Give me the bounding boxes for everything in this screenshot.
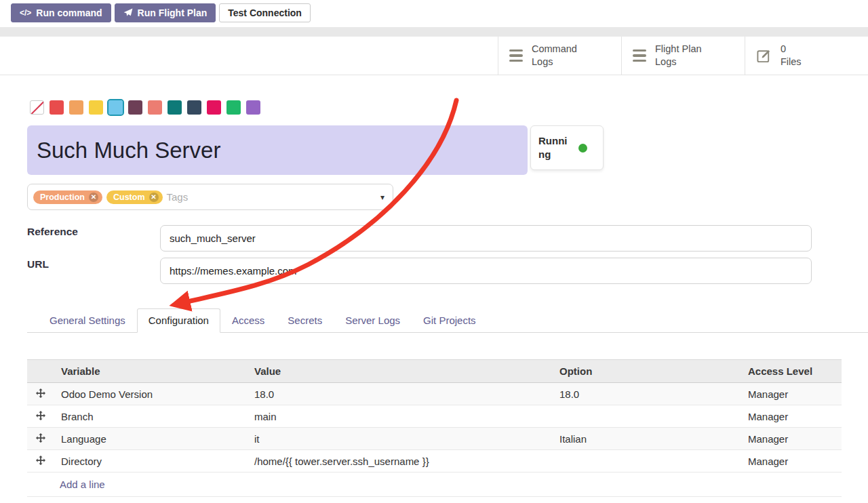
tag-custom[interactable]: Custom ✕ [106, 190, 163, 204]
column-header-option: Option [553, 360, 741, 383]
cell-value[interactable]: 18.0 [248, 383, 553, 405]
server-name-input[interactable] [27, 125, 528, 175]
color-swatch-none[interactable] [30, 100, 44, 115]
handle-column-header [27, 360, 54, 383]
drag-handle[interactable] [27, 405, 54, 428]
cell-value[interactable]: /home/{{ tower.server.ssh_username }} [248, 450, 553, 472]
files-button[interactable]: 0Files [745, 37, 868, 75]
column-header-variable: Variable [54, 360, 248, 383]
color-palette [30, 100, 260, 115]
cell-option[interactable]: 18.0 [553, 383, 741, 405]
run-command-label: Run command [36, 7, 102, 18]
files-label: 0Files [781, 43, 802, 68]
table-row[interactable]: Language it Italian Manager [27, 428, 842, 450]
color-swatch[interactable] [128, 100, 142, 115]
cell-option[interactable] [553, 450, 741, 472]
notebook-tabs: General Settings Configuration Access Se… [27, 308, 868, 333]
color-swatch[interactable] [167, 100, 182, 115]
status-label: Running [538, 134, 572, 162]
command-logs-label: CommandLogs [532, 43, 577, 68]
cell-value[interactable]: main [248, 405, 553, 428]
cell-variable[interactable]: Language [54, 428, 248, 450]
bars-icon [509, 49, 523, 62]
tab-configuration[interactable]: Configuration [137, 308, 220, 333]
caret-down-icon[interactable]: ▾ [380, 193, 384, 202]
color-swatch[interactable] [50, 100, 64, 115]
column-header-access-level: Access Level [741, 360, 842, 383]
cell-option[interactable] [553, 405, 741, 428]
flight-plan-logs-button[interactable]: Flight PlanLogs [621, 37, 745, 75]
run-command-button[interactable]: </> Run command [11, 3, 111, 22]
table-row[interactable]: Directory /home/{{ tower.server.ssh_user… [27, 450, 842, 472]
flight-plan-logs-label: Flight PlanLogs [655, 43, 702, 68]
color-swatch[interactable] [246, 100, 260, 115]
tag-production[interactable]: Production ✕ [33, 190, 102, 204]
remove-tag-icon[interactable]: ✕ [89, 193, 98, 202]
test-connection-button[interactable]: Test Connection [219, 3, 311, 22]
color-swatch[interactable] [148, 100, 162, 115]
add-a-line-link[interactable]: Add a line [60, 479, 105, 490]
code-icon: </> [20, 8, 31, 18]
color-swatch-selected[interactable] [108, 100, 123, 115]
tab-secrets[interactable]: Secrets [276, 308, 334, 333]
cell-variable[interactable]: Branch [54, 405, 248, 428]
cell-value[interactable]: it [248, 428, 553, 450]
form-statusbar: CommandLogs Flight PlanLogs 0Files [0, 37, 868, 75]
run-flight-plan-label: Run Flight Plan [138, 7, 208, 18]
run-flight-plan-button[interactable]: Run Flight Plan [115, 3, 216, 22]
tab-general-settings[interactable]: General Settings [38, 308, 137, 333]
edit-icon [756, 48, 772, 64]
add-line-row: Add a line [27, 472, 842, 497]
cell-variable[interactable]: Odoo Demo Version [54, 383, 248, 405]
bars-icon [633, 49, 646, 62]
cell-access[interactable]: Manager [741, 428, 842, 450]
server-status-button[interactable]: Running [530, 125, 604, 170]
action-toolbar: </> Run command Run Flight Plan Test Con… [11, 3, 311, 22]
server-form-page: </> Run command Run Flight Plan Test Con… [0, 0, 868, 503]
tags-input[interactable]: Production ✕ Custom ✕ Tags ▾ [27, 184, 393, 210]
tags-placeholder: Tags [167, 191, 189, 203]
color-swatch[interactable] [89, 100, 103, 115]
paper-plane-icon [123, 8, 133, 18]
tab-server-logs[interactable]: Server Logs [334, 308, 412, 333]
reference-input[interactable] [160, 225, 812, 252]
color-swatch[interactable] [207, 100, 221, 115]
color-swatch[interactable] [187, 100, 201, 115]
cell-access[interactable]: Manager [741, 405, 842, 428]
status-green-dot-icon [578, 144, 587, 153]
table-row[interactable]: Odoo Demo Version 18.0 18.0 Manager [27, 383, 842, 405]
url-label: URL [27, 258, 49, 270]
cell-access[interactable]: Manager [741, 450, 842, 472]
configuration-table: Variable Value Option Access Level Odoo … [27, 359, 842, 497]
color-swatch[interactable] [226, 100, 241, 115]
table-header-row: Variable Value Option Access Level [27, 360, 842, 383]
drag-handle[interactable] [27, 428, 54, 450]
drag-handle[interactable] [27, 450, 54, 472]
drag-handle[interactable] [27, 383, 54, 405]
tag-label: Production [40, 193, 85, 202]
tag-label: Custom [113, 193, 145, 202]
color-swatch[interactable] [69, 100, 83, 115]
separator-strip [0, 27, 868, 37]
cell-access[interactable]: Manager [741, 383, 842, 405]
url-input[interactable] [160, 258, 812, 284]
tab-access[interactable]: Access [220, 308, 276, 333]
tab-git-projects[interactable]: Git Projects [412, 308, 488, 333]
reference-label: Reference [27, 226, 78, 238]
cell-variable[interactable]: Directory [54, 450, 248, 472]
command-logs-button[interactable]: CommandLogs [498, 37, 621, 75]
table-row[interactable]: Branch main Manager [27, 405, 842, 428]
test-connection-label: Test Connection [228, 7, 302, 18]
column-header-value: Value [248, 360, 553, 383]
remove-tag-icon[interactable]: ✕ [149, 193, 159, 202]
cell-option[interactable]: Italian [553, 428, 741, 450]
